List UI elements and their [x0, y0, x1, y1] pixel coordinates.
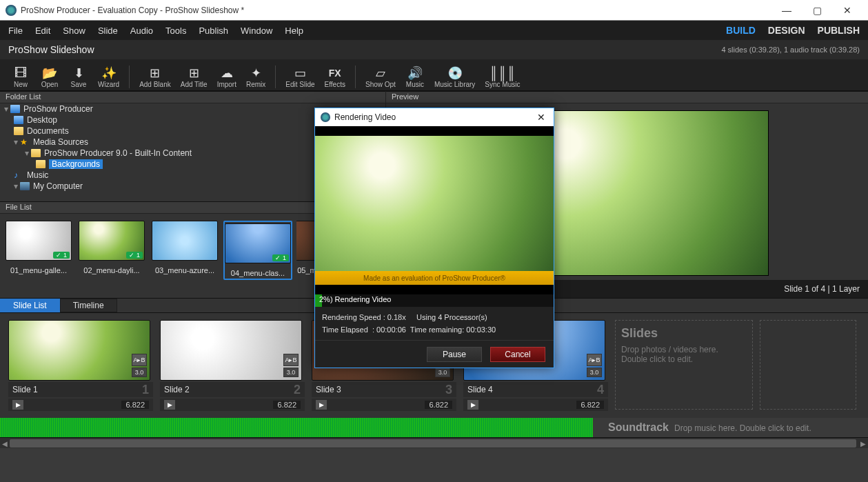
transition-duration[interactable]: 3.0 [132, 368, 147, 377]
soundtrack-hint: Drop music here. Double click to edit. [674, 423, 811, 433]
tb-wizard[interactable]: ✨Wizard [98, 66, 119, 88]
waveform[interactable] [0, 418, 593, 437]
tb-open[interactable]: 📂Open [40, 66, 59, 88]
tb-add-blank[interactable]: ⊞Add Blank [129, 66, 171, 88]
app-icon [321, 112, 330, 122]
project-name: ProShow Slideshow [8, 44, 94, 55]
menu-window[interactable]: Window [241, 26, 272, 36]
slide-label: Slide 3 [316, 385, 445, 394]
slide-play-button[interactable]: ▶ [164, 400, 175, 410]
horizontal-scrollbar[interactable]: ◀ ▶ [0, 437, 868, 448]
menu-tools[interactable]: Tools [165, 26, 186, 36]
tb-effects[interactable]: FXEffects [325, 66, 345, 88]
scroll-left-arrow[interactable]: ◀ [0, 438, 10, 449]
progress-bar: 2%) Rendering Video [315, 294, 554, 307]
slide-number: 4 [597, 383, 604, 397]
used-badge: ✓ 1 [126, 252, 143, 259]
cancel-button[interactable]: Cancel [490, 347, 545, 362]
tab-slide-list[interactable]: Slide List [0, 299, 60, 312]
film-icon: 🎞 [11, 66, 30, 81]
folder-open-icon: 📂 [40, 66, 59, 81]
tb-add-title[interactable]: ⊞Add Title [181, 66, 208, 88]
transition-duration[interactable]: 3.0 [435, 368, 450, 377]
tb-music-library[interactable]: 💿Music Library [434, 66, 475, 88]
tb-sync-music[interactable]: ║║║Sync Music [485, 66, 520, 88]
speaker-icon: 🔊 [405, 66, 425, 81]
menu-bar: File Edit Show Slide Audio Tools Publish… [0, 21, 868, 40]
slide-1[interactable]: A▸B3.0 Slide 11 ▶6.822 [8, 320, 153, 411]
render-preview-frame: Made as an evaluation of ProShow Produce… [315, 136, 554, 285]
tab-timeline[interactable]: Timeline [60, 299, 117, 312]
menu-slide[interactable]: Slide [98, 26, 118, 36]
tb-show-opt[interactable]: ▱Show Opt [355, 66, 396, 88]
project-row: ProShow Slideshow 4 slides (0:39.28), 1 … [0, 40, 868, 59]
slide-label: Slide 4 [467, 385, 597, 394]
file-thumb-01[interactable]: ✓ 101_menu-galle... [4, 221, 73, 280]
tb-remix[interactable]: ✦Remix [246, 66, 265, 88]
file-thumb-03[interactable]: 03_menu-azure... [150, 221, 219, 280]
slide-duration[interactable]: 6.822 [273, 401, 301, 409]
text-add-icon: ⊞ [184, 66, 203, 81]
transition-duration[interactable]: 3.0 [587, 368, 602, 377]
soundtrack-row[interactable]: SoundtrackDrop music here. Double click … [0, 418, 868, 437]
scroll-thumb[interactable] [10, 439, 856, 448]
slides-dropzone-2[interactable] [760, 320, 856, 410]
slide-number: 1 [142, 383, 149, 397]
maximize-button[interactable]: ▢ [802, 1, 832, 20]
eval-watermark: Made as an evaluation of ProShow Produce… [315, 271, 554, 285]
stack-icon: ▱ [371, 66, 390, 81]
transition-icon[interactable]: A▸B [587, 354, 602, 366]
slide-play-button[interactable]: ▶ [12, 400, 23, 410]
tab-publish[interactable]: PUBLISH [818, 25, 860, 36]
waveform-icon: ║║║ [493, 66, 512, 81]
tb-music[interactable]: 🔊Music [405, 66, 425, 88]
file-thumb-04[interactable]: ✓ 104_menu-clas... [223, 221, 292, 280]
window-titlebar: ProShow Producer - Evaluation Copy - Pro… [0, 0, 868, 21]
slide-number: 3 [445, 383, 452, 397]
slide-duration[interactable]: 6.822 [576, 401, 604, 409]
toolbar: 🎞New 📂Open ⬇Save ✨Wizard ⊞Add Blank ⊞Add… [0, 59, 868, 91]
save-icon: ⬇ [69, 66, 88, 81]
slide-number: 2 [294, 383, 301, 397]
tab-build[interactable]: BUILD [726, 25, 756, 36]
used-badge: ✓ 1 [272, 254, 289, 261]
app-icon [6, 5, 17, 16]
slide-play-button[interactable]: ▶ [316, 400, 327, 410]
menu-file[interactable]: File [8, 26, 23, 36]
slides-dropzone[interactable]: Slides Drop photos / videos here. Double… [615, 320, 753, 410]
tb-import[interactable]: ☁Import [217, 66, 236, 88]
preview-header: Preview [386, 91, 868, 103]
slide-label: Slide 2 [164, 385, 294, 394]
menu-help[interactable]: Help [285, 26, 303, 36]
menu-publish[interactable]: Publish [199, 26, 228, 36]
pause-button[interactable]: Pause [427, 347, 482, 362]
dialog-titlebar[interactable]: Rendering Video ✕ [315, 108, 554, 126]
transition-icon[interactable]: A▸B [283, 354, 299, 366]
slide-duration[interactable]: 6.822 [121, 401, 149, 409]
slide-play-button[interactable]: ▶ [467, 400, 478, 410]
dropzone-hint-2: Double click to edit. [621, 354, 747, 364]
tab-design[interactable]: DESIGN [768, 25, 805, 36]
minimize-button[interactable]: — [771, 1, 802, 20]
dialog-close-button[interactable]: ✕ [534, 112, 548, 123]
menu-audio[interactable]: Audio [130, 26, 153, 36]
slide-label: Slide 1 [12, 385, 142, 394]
transition-icon[interactable]: A▸B [132, 354, 147, 366]
close-button[interactable]: ✕ [832, 1, 862, 20]
slide-2[interactable]: A▸B3.0 Slide 22 ▶6.822 [160, 320, 305, 411]
remix-icon: ✦ [246, 66, 265, 81]
disc-icon: 💿 [445, 66, 465, 81]
slide-duration[interactable]: 6.822 [425, 401, 452, 409]
menu-edit[interactable]: Edit [35, 26, 50, 36]
tb-save[interactable]: ⬇Save [69, 66, 88, 88]
tb-new[interactable]: 🎞New [11, 66, 30, 88]
menu-show[interactable]: Show [63, 26, 85, 36]
cloud-down-icon: ☁ [217, 66, 236, 81]
used-badge: ✓ 1 [53, 252, 70, 259]
transition-duration[interactable]: 3.0 [283, 368, 299, 377]
folder-list-header: Folder List [0, 91, 385, 103]
project-stats: 4 slides (0:39.28), 1 audio track (0:39.… [721, 46, 860, 54]
file-thumb-02[interactable]: ✓ 102_menu-dayli... [77, 221, 146, 280]
scroll-right-arrow[interactable]: ▶ [858, 438, 868, 449]
tb-edit-slide[interactable]: ▭Edit Slide [275, 66, 314, 88]
